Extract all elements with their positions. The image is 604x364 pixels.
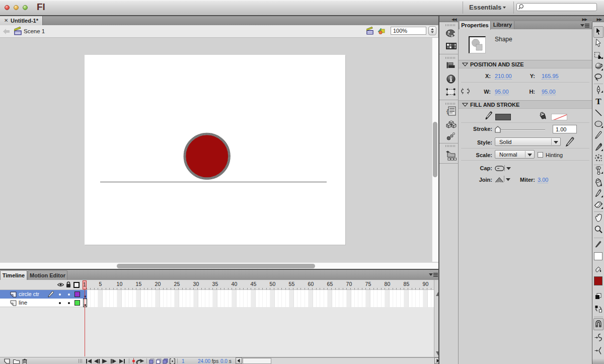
svg-text:{: { [446,109,449,115]
